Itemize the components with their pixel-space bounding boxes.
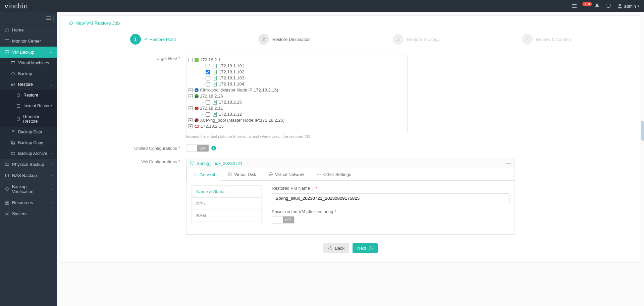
- collapse-icon[interactable]: —: [506, 160, 511, 166]
- nav-virtual-machines[interactable]: Virtual Machines: [0, 58, 57, 68]
- nav-label: Backup Data: [18, 130, 42, 134]
- chevron-left-icon: ‹: [51, 141, 52, 145]
- sidebar-toggle[interactable]: [44, 14, 54, 22]
- back-button[interactable]: Back: [323, 243, 349, 253]
- vm-config-header[interactable]: Spring_linux_20230721 —: [186, 158, 515, 168]
- tree-collapse[interactable]: −: [189, 94, 193, 98]
- nav-home[interactable]: Home: [0, 24, 57, 36]
- svg-rect-27: [191, 162, 194, 164]
- host-checkbox[interactable]: [206, 64, 210, 68]
- svg-rect-6: [5, 39, 9, 42]
- server-icon: [213, 82, 217, 86]
- svg-point-5: [619, 4, 621, 6]
- nav-label: Restore: [23, 93, 38, 98]
- nav-backup-data[interactable]: Backup Data: [0, 127, 57, 137]
- label-target-host: Target Host*: [69, 55, 186, 61]
- step-3: 3 Restore Strategy: [393, 34, 440, 45]
- host-checkbox[interactable]: [206, 100, 210, 105]
- chevron-left-icon: ‹: [51, 163, 52, 166]
- nav-label: Backup: [18, 71, 32, 76]
- topbar-notifications[interactable]: 110: [583, 3, 600, 9]
- nav-instant-restore[interactable]: Instant Restore: [0, 101, 57, 111]
- svg-point-38: [329, 246, 332, 250]
- sidebar: Home Monitor Center ‹ VM VM Backup ⌄ Vir…: [0, 12, 57, 306]
- target-host-tree[interactable]: −172.18.2.1 └172.18.1.101 └172.18.1.102 …: [186, 55, 408, 133]
- next-button[interactable]: Next: [353, 243, 378, 253]
- tree-expand[interactable]: +: [189, 124, 193, 128]
- svg-point-10: [12, 72, 15, 75]
- svg-text:VM: VM: [6, 51, 10, 53]
- svg-rect-21: [7, 201, 9, 202]
- restored-vm-name-input[interactable]: [272, 193, 510, 203]
- info-icon[interactable]: i: [211, 145, 216, 151]
- vm-tabs: General Virtual Disk Virtual Network: [186, 168, 515, 181]
- svg-rect-11: [17, 105, 20, 108]
- nav-label: VM Backup: [12, 50, 34, 55]
- svg-point-24: [6, 213, 8, 215]
- tab-virtual-network[interactable]: Virtual Network: [262, 168, 311, 180]
- host-checkbox[interactable]: [206, 76, 210, 80]
- svg-rect-22: [5, 203, 7, 204]
- nav-label: Resources: [12, 200, 33, 205]
- platform-icon: [195, 107, 199, 110]
- tree-hint: Expand the virtual platform to select a …: [186, 134, 515, 138]
- sp-ram[interactable]: RAM: [192, 210, 261, 222]
- chevron-left-icon: ‹: [51, 39, 52, 43]
- topbar-user-menu[interactable]: admin ▾: [617, 3, 639, 9]
- nav-monitor[interactable]: Monitor Center ‹: [0, 36, 57, 47]
- platform-icon: [195, 88, 199, 92]
- nav-backup-archive[interactable]: Backup Archive ‹: [0, 148, 57, 159]
- chevron-left-icon: ‹: [51, 174, 52, 177]
- tree-expand[interactable]: +: [189, 118, 193, 122]
- svg-rect-9: [11, 62, 15, 64]
- nav-granular-restore[interactable]: Granular Restore: [0, 111, 57, 127]
- tree-expand[interactable]: +: [189, 88, 193, 92]
- svg-point-39: [369, 246, 373, 250]
- nav-restore[interactable]: Restore ⌄: [0, 79, 57, 90]
- wizard-steps: 1 ✔ Restore Point 2 Restore Destination …: [89, 34, 612, 45]
- tab-general[interactable]: General: [186, 169, 221, 181]
- sp-name-status[interactable]: Name & Status: [192, 186, 261, 198]
- nav-label: Granular Restore: [23, 114, 52, 124]
- label-unified: Unified Configurations*: [69, 144, 186, 151]
- unified-toggle[interactable]: Off: [186, 144, 209, 152]
- label-power-on: Power on the VM after restoring*: [272, 209, 510, 214]
- tab-virtual-disk[interactable]: Virtual Disk: [221, 168, 262, 180]
- tree-collapse[interactable]: −: [189, 106, 193, 110]
- svg-rect-18: [6, 174, 9, 177]
- svg-point-31: [195, 175, 195, 176]
- nav-label: Virtual Machines: [18, 61, 49, 65]
- nav-backup-verification[interactable]: Backup Verification ‹: [0, 181, 57, 197]
- host-checkbox[interactable]: [206, 112, 210, 117]
- nav-system[interactable]: System ‹: [0, 208, 57, 219]
- nav-vm-backup[interactable]: VM VM Backup ⌄: [0, 47, 57, 58]
- nav-resources[interactable]: Resources ‹: [0, 197, 57, 208]
- topbar-list-icon[interactable]: [572, 3, 577, 9]
- nav-backup-copy[interactable]: Backup Copy ‹: [0, 137, 57, 148]
- tab-other-settings[interactable]: Other Settings: [311, 168, 357, 180]
- svg-point-37: [320, 174, 321, 175]
- nav-backup[interactable]: Backup: [0, 68, 57, 79]
- nav-physical-backup[interactable]: Physical Backup ‹: [0, 159, 57, 170]
- platform-icon: [195, 94, 199, 98]
- scrollbar-thumb[interactable]: [641, 121, 644, 141]
- sp-cpu[interactable]: CPU: [192, 198, 261, 210]
- power-on-toggle[interactable]: OFF: [272, 216, 294, 224]
- nav-label: Home: [12, 27, 24, 33]
- host-checkbox[interactable]: [206, 82, 210, 86]
- svg-point-29: [194, 174, 195, 174]
- check-icon: ✔: [144, 37, 148, 42]
- general-sidepanel: Name & Status CPU RAM: [191, 185, 262, 224]
- svg-point-13: [12, 130, 15, 132]
- main-content: New VM Restore Job 1 ✔ Restore Point 2 R…: [57, 12, 644, 306]
- svg-rect-3: [606, 4, 611, 7]
- svg-point-36: [318, 174, 319, 175]
- tree-collapse[interactable]: −: [189, 58, 193, 62]
- host-checkbox[interactable]: [206, 70, 210, 74]
- nav-nas-backup[interactable]: NAS Backup ‹: [0, 170, 57, 181]
- nav-restore-sub[interactable]: Restore: [0, 90, 57, 101]
- svg-point-35: [317, 174, 318, 175]
- step-4: 4 Review & Confirm: [522, 34, 571, 45]
- step-1[interactable]: 1 ✔ Restore Point: [130, 34, 176, 45]
- topbar-display-icon[interactable]: [606, 3, 611, 9]
